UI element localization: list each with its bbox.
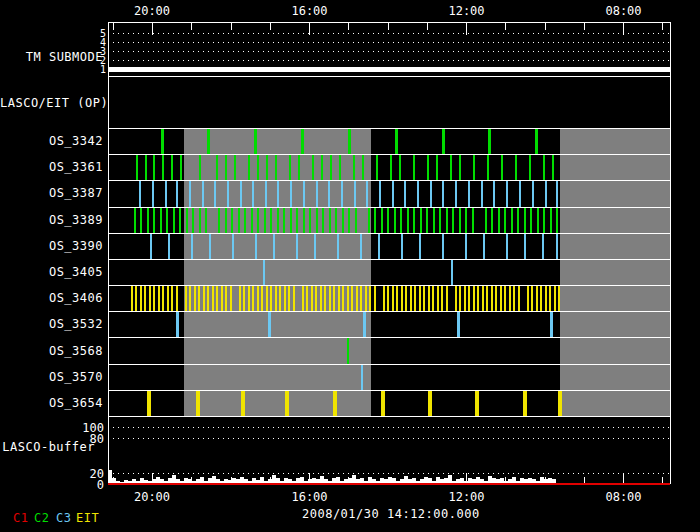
top-axis-tick — [309, 22, 310, 35]
event-tick — [192, 208, 194, 233]
event-tick — [320, 286, 322, 311]
event-tick — [341, 181, 343, 206]
top-axis-tick — [623, 22, 624, 35]
event-tick — [556, 234, 558, 259]
row-label: OS_3387 — [0, 186, 103, 200]
event-tick — [383, 286, 385, 311]
event-tick — [227, 181, 229, 206]
event-tick — [365, 286, 367, 311]
event-tick — [244, 208, 246, 233]
event-tick — [342, 208, 344, 233]
event-tick — [216, 155, 218, 180]
event-tick — [558, 391, 562, 416]
event-tick — [283, 208, 285, 233]
op-bottom-border — [108, 128, 670, 129]
event-tick — [225, 155, 227, 180]
event-tick — [162, 155, 164, 180]
event-tick — [504, 208, 506, 233]
event-tick — [321, 155, 323, 180]
event-tick — [218, 208, 220, 233]
event-tick — [500, 286, 502, 311]
event-tick — [329, 208, 331, 233]
event-tick — [337, 234, 339, 259]
event-tick — [312, 155, 314, 180]
event-tick — [550, 312, 553, 337]
event-tick — [436, 155, 438, 180]
event-tick — [284, 286, 286, 311]
event-tick — [523, 391, 527, 416]
event-tick — [446, 286, 448, 311]
event-tick — [368, 208, 370, 233]
event-tick — [234, 155, 236, 180]
tm-submode-bar — [108, 67, 670, 72]
top-axis-tick — [113, 22, 114, 30]
row-label: OS_3342 — [0, 134, 103, 148]
top-axis-label: 08:00 — [602, 4, 646, 18]
event-tick — [459, 155, 461, 180]
event-tick — [532, 181, 534, 206]
event-tick — [410, 286, 412, 311]
event-tick — [529, 155, 531, 180]
event-tick — [194, 286, 196, 311]
event-tick — [322, 208, 324, 233]
event-tick — [207, 286, 209, 311]
event-tick — [542, 234, 544, 259]
event-tick — [360, 286, 362, 311]
event-tick — [390, 155, 392, 180]
buffer-gridline — [108, 473, 670, 474]
event-tick — [241, 391, 245, 416]
event-tick — [303, 208, 305, 233]
event-tick — [543, 208, 545, 233]
event-tick — [255, 234, 257, 259]
event-tick — [254, 129, 257, 154]
event-tick — [301, 129, 304, 154]
event-tick — [212, 286, 214, 311]
row-separator — [108, 207, 670, 208]
event-tick — [419, 286, 421, 311]
event-tick — [432, 286, 434, 311]
event-tick — [303, 181, 305, 206]
event-tick — [173, 208, 175, 233]
event-tick — [302, 286, 304, 311]
event-tick — [152, 181, 154, 206]
event-tick — [275, 286, 277, 311]
event-tick — [387, 208, 389, 233]
tm-gridline — [108, 60, 670, 61]
event-tick — [374, 286, 376, 311]
telemetry-plot-window: TM SUBMODE LASCO/EIT (OP) LASCO-buffer 2… — [0, 0, 700, 532]
event-tick — [441, 286, 443, 311]
event-tick — [482, 286, 484, 311]
event-tick — [136, 155, 138, 180]
event-tick — [465, 208, 467, 233]
event-tick — [549, 286, 551, 311]
event-tick — [446, 208, 448, 233]
event-tick — [298, 155, 300, 180]
event-tick — [339, 155, 341, 180]
event-tick — [452, 208, 454, 233]
event-tick — [191, 234, 193, 259]
event-tick — [189, 181, 191, 206]
event-tick — [426, 208, 428, 233]
event-tick — [179, 208, 181, 233]
buffer-zero-line — [108, 483, 670, 485]
event-tick — [328, 181, 330, 206]
event-tick — [376, 155, 378, 180]
row-label: OS_3654 — [0, 396, 103, 410]
event-tick — [288, 286, 290, 311]
legend-item: C2 — [34, 511, 49, 525]
row-label: OS_3389 — [0, 213, 103, 227]
event-tick — [477, 286, 479, 311]
event-tick — [243, 286, 245, 311]
event-tick — [160, 208, 162, 233]
top-axis-label: 16:00 — [288, 4, 332, 18]
event-tick — [180, 155, 182, 180]
event-tick — [404, 181, 406, 206]
tm-bottom-border — [108, 76, 670, 77]
event-tick — [488, 129, 491, 154]
event-tick — [147, 208, 149, 233]
plot-right-border — [670, 22, 671, 484]
event-tick — [257, 155, 259, 180]
event-tick — [401, 234, 403, 259]
event-tick — [506, 181, 508, 206]
top-axis-tick — [270, 22, 271, 30]
